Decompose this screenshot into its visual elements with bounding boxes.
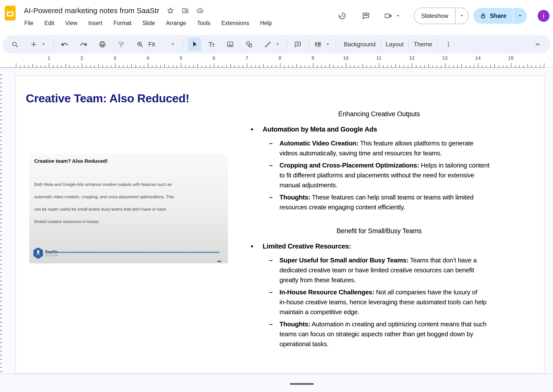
- saastr-logo-subtext: EUROPA: [45, 254, 58, 257]
- ruler-tick: [57, 65, 58, 67]
- ruler-tick: [0, 322, 2, 322]
- ruler-tick: [309, 65, 309, 67]
- add-slide-caret-icon[interactable]: [39, 39, 49, 49]
- ruler-tick: [416, 65, 416, 67]
- add-slide-button[interactable]: [29, 39, 39, 49]
- slide-text-body[interactable]: Enhancing Creative Outputs Automation by…: [245, 109, 542, 351]
- slide-page[interactable]: Creative Team: Also Reduced! Creative te…: [16, 76, 544, 373]
- horizontal-ruler[interactable]: 123456789101112131415: [0, 55, 553, 68]
- avatar[interactable]: i: [538, 10, 550, 22]
- ruler-tick: [0, 289, 2, 289]
- paint-format-icon[interactable]: [116, 39, 126, 49]
- slides-logo-icon[interactable]: [4, 5, 16, 21]
- ruler-tick: [0, 272, 2, 273]
- ruler-tick: [131, 64, 132, 67]
- sub-bullet-lead: Thoughts:: [279, 320, 310, 328]
- ruler-tick: [478, 63, 478, 67]
- input-tools-icon[interactable]: [313, 39, 323, 49]
- slideshow-button[interactable]: Slideshow: [414, 8, 469, 24]
- sub-bullet-lead: In-House Resource Challenges:: [279, 288, 374, 296]
- ruler-tick: [0, 277, 2, 277]
- ruler-tick: [28, 65, 29, 67]
- ruler-tick: [168, 65, 169, 67]
- ruler-tick: [296, 64, 297, 67]
- slideshow-caret-icon[interactable]: [455, 8, 468, 24]
- star-icon[interactable]: [167, 7, 174, 14]
- ruler-tick: [503, 65, 503, 67]
- layout-button[interactable]: Layout: [381, 41, 409, 48]
- zoom-select[interactable]: Fit: [148, 41, 155, 48]
- print-icon[interactable]: [97, 39, 107, 49]
- menu-extensions[interactable]: Extensions: [220, 19, 251, 27]
- more-options-icon[interactable]: [443, 39, 453, 49]
- ruler-number: 12: [409, 55, 415, 61]
- menu-file[interactable]: File: [23, 19, 35, 27]
- ruler-tick: [338, 65, 338, 67]
- vertical-ruler[interactable]: [0, 68, 2, 374]
- ruler-tick: [181, 63, 181, 67]
- theme-button[interactable]: Theme: [409, 41, 437, 48]
- toolbar-divider: [287, 39, 287, 50]
- ruler-number: 9: [311, 55, 314, 61]
- ruler-tick: [173, 65, 173, 67]
- ruler-tick: [470, 65, 470, 67]
- ruler-tick: [0, 305, 2, 306]
- doc-title-row: AI-Powered marketing notes from SaaStr: [24, 6, 204, 15]
- share-caret-icon[interactable]: [513, 8, 527, 24]
- insert-image-tool[interactable]: [225, 39, 235, 49]
- notes-drag-handle[interactable]: [290, 383, 314, 385]
- ruler-tick: [115, 63, 115, 67]
- redo-icon[interactable]: [79, 39, 88, 49]
- menu-format[interactable]: Format: [112, 19, 133, 27]
- insert-line-tool[interactable]: [263, 39, 273, 49]
- ruler-tick: [69, 65, 70, 67]
- zoom-icon[interactable]: [135, 39, 145, 49]
- version-history-icon[interactable]: [337, 11, 347, 21]
- ruler-tick: [527, 64, 528, 67]
- embedded-screenshot-image[interactable]: Creative team? Also Reduced! Both Meta a…: [29, 154, 228, 263]
- comments-icon[interactable]: [361, 11, 371, 21]
- cloud-saved-icon[interactable]: [196, 7, 204, 14]
- insert-comment-tool[interactable]: [293, 39, 303, 49]
- menu-view[interactable]: View: [64, 19, 79, 27]
- menu-slide[interactable]: Slide: [141, 19, 157, 27]
- ruler-tick: [243, 65, 243, 67]
- menu-help[interactable]: Help: [259, 19, 273, 27]
- ruler-tick: [0, 351, 2, 351]
- ruler-tick: [74, 65, 74, 67]
- zoom-caret-icon[interactable]: [168, 39, 178, 49]
- sub-bullet-lead: Super Useful for Small and/or Busy Teams…: [279, 256, 408, 264]
- ruler-tick: [0, 227, 2, 227]
- doc-title[interactable]: AI-Powered marketing notes from SaaStr: [24, 6, 159, 15]
- ruler-tick: [544, 63, 544, 67]
- background-button[interactable]: Background: [339, 41, 381, 48]
- search-icon[interactable]: [10, 39, 20, 49]
- ruler-tick: [350, 65, 351, 67]
- menu-tools[interactable]: Tools: [196, 19, 212, 27]
- ruler-tick: [0, 165, 2, 166]
- ruler-tick: [119, 65, 119, 67]
- menu-edit[interactable]: Edit: [43, 19, 56, 27]
- share-button[interactable]: Share: [473, 8, 527, 24]
- ruler-tick: [0, 293, 2, 293]
- meet-caret-icon[interactable]: [393, 11, 403, 21]
- ruler-tick: [0, 153, 2, 153]
- slide-title[interactable]: Creative Team: Also Reduced!: [26, 91, 189, 105]
- menu-arrange[interactable]: Arrange: [165, 19, 188, 27]
- ruler-number: 4: [146, 55, 149, 61]
- menu-insert[interactable]: Insert: [87, 19, 104, 27]
- ruler-tick: [82, 63, 82, 67]
- textbox-tool[interactable]: [206, 39, 216, 49]
- collapse-toolbar-icon[interactable]: [532, 39, 543, 50]
- ruler-tick: [0, 342, 2, 343]
- meet-camera-icon[interactable]: [383, 11, 393, 21]
- insert-shape-tool[interactable]: [244, 39, 254, 49]
- ruler-tick: [0, 103, 2, 104]
- line-caret-icon[interactable]: [273, 39, 283, 49]
- undo-icon[interactable]: [60, 39, 70, 49]
- move-folder-icon[interactable]: [182, 7, 189, 14]
- ruler-tick: [0, 223, 2, 223]
- ruler-tick: [366, 65, 367, 67]
- select-tool[interactable]: [188, 38, 201, 51]
- input-tools-caret-icon[interactable]: [323, 39, 333, 49]
